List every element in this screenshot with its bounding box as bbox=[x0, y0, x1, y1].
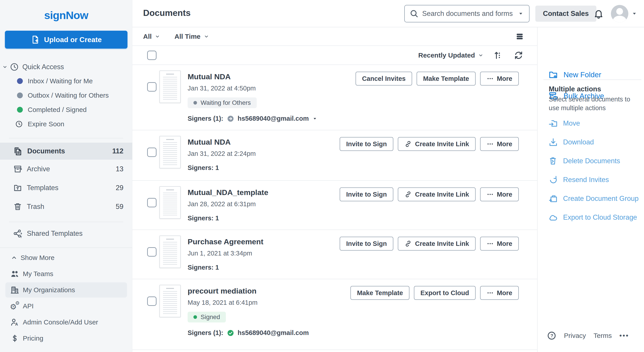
documents-list: All All Time Recently Updated Mutual NDA… bbox=[132, 27, 537, 352]
sidebar-item-shared-templates[interactable]: TShared Templates bbox=[0, 226, 132, 241]
status-badge-label: Signed bbox=[200, 313, 220, 321]
document-title[interactable]: precourt mediation bbox=[188, 287, 309, 295]
export-to-cloud-button[interactable]: Export to Cloud bbox=[414, 286, 476, 300]
document-thumbnail[interactable] bbox=[160, 285, 181, 317]
chevron-right-icon[interactable] bbox=[19, 231, 23, 236]
signer-dropdown-caret-icon[interactable] bbox=[312, 116, 317, 121]
contact-sales-button[interactable]: Contact Sales bbox=[535, 6, 596, 22]
upload-or-create-button[interactable]: Upload or Create bbox=[5, 31, 128, 49]
more-button[interactable]: More bbox=[480, 72, 519, 86]
search-input[interactable] bbox=[422, 10, 518, 18]
avatar[interactable] bbox=[611, 5, 628, 22]
account-menu[interactable] bbox=[611, 5, 637, 22]
footer-more-icon[interactable]: ••• bbox=[620, 332, 629, 339]
sidebar-item-outbox-waiting-for-others[interactable]: Outbox / Waiting for Others bbox=[0, 88, 132, 103]
signnow-logo: signNow bbox=[0, 9, 132, 22]
account-caret-icon[interactable] bbox=[632, 11, 637, 17]
button-label: Cancel Invites bbox=[362, 75, 406, 82]
make-template-button[interactable]: Make Template bbox=[416, 72, 476, 86]
signers-row: Signers (1):hs5689040@gmail.com bbox=[188, 115, 317, 130]
quick-access-header[interactable]: Quick Access bbox=[0, 60, 132, 74]
create-invite-link-button[interactable]: Create Invite Link bbox=[398, 237, 476, 251]
cloud-icon bbox=[548, 213, 558, 222]
sidebar-item-trash[interactable]: Trash59 bbox=[0, 197, 132, 216]
signer-email[interactable]: hs5689040@gmail.com bbox=[238, 329, 309, 336]
document-title[interactable]: Purchase Agreement bbox=[188, 237, 264, 246]
filter-type-dropdown[interactable]: All bbox=[143, 33, 160, 40]
sidebar-item-completed-signed[interactable]: Completed / Signed bbox=[0, 103, 132, 117]
search-dropdown-caret-icon[interactable] bbox=[518, 11, 524, 17]
person-admin-icon: A bbox=[10, 317, 20, 327]
sidebar-item-archive[interactable]: Archive13 bbox=[0, 160, 132, 179]
cancel-invites-button[interactable]: Cancel Invites bbox=[356, 72, 412, 86]
select-all-checkbox[interactable] bbox=[147, 51, 156, 60]
invite-to-sign-button[interactable]: Invite to Sign bbox=[340, 188, 393, 201]
status-badge: Waiting for Others bbox=[188, 97, 257, 108]
sort-order-icon[interactable] bbox=[493, 51, 503, 60]
sidebar-item-documents[interactable]: Documents112 bbox=[0, 143, 132, 160]
show-more-label: Show More bbox=[20, 254, 54, 262]
more-button[interactable]: More bbox=[480, 237, 519, 251]
create-document-group-action[interactable]: Create Document Group bbox=[538, 189, 644, 208]
list-view-toggle-icon[interactable] bbox=[515, 32, 524, 41]
create-invite-link-button[interactable]: Create Invite Link bbox=[398, 188, 476, 201]
signer-email[interactable]: hs5689040@gmail.com bbox=[238, 115, 309, 122]
document-thumbnail[interactable] bbox=[160, 136, 181, 168]
privacy-link[interactable]: Privacy bbox=[564, 332, 586, 339]
more-button[interactable]: More bbox=[480, 286, 519, 300]
document-plus-icon bbox=[31, 35, 40, 44]
terms-link[interactable]: Terms bbox=[594, 332, 612, 339]
sort-dropdown[interactable]: Recently Updated bbox=[418, 52, 484, 59]
row-checkbox[interactable] bbox=[147, 82, 156, 92]
document-thumbnail[interactable] bbox=[160, 236, 181, 268]
row-checkbox[interactable] bbox=[147, 247, 156, 257]
dots-icon bbox=[486, 191, 494, 198]
people-icon bbox=[10, 269, 20, 279]
sidebar-item-my-organizations[interactable]: My Organizations bbox=[0, 282, 132, 298]
export-to-cloud-storage-action[interactable]: Export to Cloud Storage bbox=[538, 208, 644, 227]
show-more-toggle[interactable]: Show More bbox=[0, 250, 132, 266]
make-template-button[interactable]: Make Template bbox=[350, 286, 410, 300]
new-folder-link[interactable]: New Folder bbox=[538, 67, 644, 83]
document-thumbnail[interactable] bbox=[160, 186, 181, 219]
button-label: Export to Cloud bbox=[420, 289, 469, 297]
refresh-icon[interactable] bbox=[514, 51, 523, 60]
sidebar-item-expire-soon[interactable]: Expire Soon bbox=[0, 117, 132, 131]
move-action[interactable]: Move bbox=[538, 114, 644, 133]
sidebar-item-inbox-waiting-for-me[interactable]: Inbox / Waiting for Me bbox=[0, 74, 132, 88]
right-panel-footer: ? Privacy Terms ••• bbox=[547, 331, 629, 340]
delete-documents-action[interactable]: Delete Documents bbox=[538, 152, 644, 170]
filter-time-dropdown[interactable]: All Time bbox=[174, 33, 209, 40]
signer-status-signed-icon bbox=[227, 329, 234, 336]
resend-invites-action[interactable]: Resend Invites bbox=[538, 170, 644, 189]
sidebar-item-label: Templates bbox=[27, 184, 58, 192]
item-count: 13 bbox=[116, 165, 124, 173]
notifications-bell-icon[interactable] bbox=[594, 9, 604, 19]
document-title[interactable]: Mutual NDA bbox=[188, 72, 317, 81]
document-date: Jan 28, 2022 at 6:31pm bbox=[188, 200, 268, 208]
row-checkbox[interactable] bbox=[147, 198, 156, 207]
sidebar-item-api[interactable]: ⚙⚙API bbox=[0, 298, 132, 314]
download-action[interactable]: Download bbox=[538, 133, 644, 152]
sidebar-item-label: Admin Console/Add User bbox=[23, 318, 98, 326]
more-button[interactable]: More bbox=[480, 188, 519, 201]
chevron-right-icon[interactable] bbox=[19, 167, 23, 171]
sidebar-item-my-teams[interactable]: My Teams bbox=[0, 266, 132, 282]
sidebar-item-pricing[interactable]: Pricing bbox=[0, 330, 132, 346]
sidebar-item-admin-console-add-user[interactable]: AAdmin Console/Add User bbox=[0, 314, 132, 330]
row-checkbox[interactable] bbox=[147, 147, 156, 157]
document-title[interactable]: Mutual NDA bbox=[188, 138, 256, 146]
sidebar-item-label: My Organizations bbox=[23, 286, 75, 294]
sidebar-item-templates[interactable]: Templates29 bbox=[0, 179, 132, 197]
more-button[interactable]: More bbox=[480, 137, 519, 151]
document-title[interactable]: Mutual_NDA_template bbox=[188, 188, 268, 197]
create-invite-link-button[interactable]: Create Invite Link bbox=[398, 137, 476, 151]
row-checkbox[interactable] bbox=[147, 296, 156, 306]
item-count: 59 bbox=[116, 203, 124, 211]
document-thumbnail[interactable] bbox=[160, 71, 181, 103]
invite-to-sign-button[interactable]: Invite to Sign bbox=[340, 237, 393, 251]
search-box[interactable] bbox=[404, 5, 530, 22]
invite-to-sign-button[interactable]: Invite to Sign bbox=[340, 137, 393, 151]
action-label: Delete Documents bbox=[563, 157, 620, 165]
help-icon[interactable]: ? bbox=[547, 331, 556, 340]
